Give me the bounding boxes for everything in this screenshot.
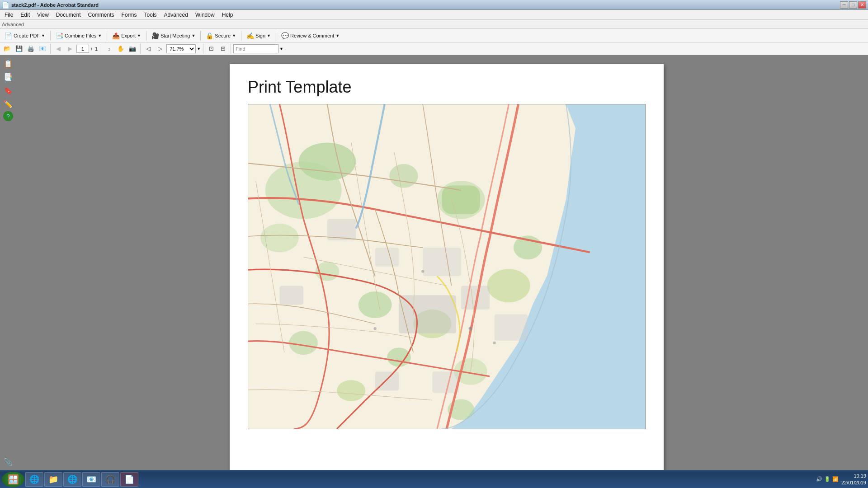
map-svg — [248, 104, 645, 429]
print-button[interactable]: 🖨️ — [25, 44, 36, 54]
sidebar-icon-signatures[interactable]: 🔖 — [2, 84, 14, 97]
hand-tool-button[interactable]: ✋ — [115, 44, 126, 54]
menu-item-advanced[interactable]: Advanced — [160, 10, 192, 19]
save-button[interactable]: 💾 — [14, 44, 24, 54]
svg-point-6 — [389, 164, 418, 188]
fit-page-button[interactable]: ⊡ — [206, 44, 217, 54]
export-button[interactable]: 📤 Export ▼ — [109, 30, 144, 41]
secure-button[interactable]: 🔒 Secure ▼ — [203, 30, 239, 41]
title-bar-controls: ─ □ ✕ — [840, 1, 866, 9]
toolbar-separator — [50, 31, 51, 41]
app-icon: 📄 — [2, 1, 9, 9]
toolbar-separator-5 — [241, 31, 241, 41]
nav-sep-3 — [140, 44, 141, 54]
document-viewport: Print Template — [16, 55, 868, 483]
map-container — [248, 104, 646, 429]
taskbar-acrobat[interactable]: 📄 — [120, 472, 138, 487]
menu-bar: FileEditViewDocumentCommentsFormsToolsAd… — [0, 10, 868, 20]
start-meeting-button[interactable]: 🎥 Start Meeting ▼ — [149, 30, 198, 41]
menu-item-help[interactable]: Help — [218, 10, 237, 19]
menu-item-view[interactable]: View — [33, 10, 52, 19]
system-clock[interactable]: 10:19 22/01/2019 — [841, 473, 866, 486]
advanced-label: Advanced — [2, 22, 24, 27]
next-page-button[interactable]: ▶ — [65, 44, 75, 54]
svg-rect-23 — [375, 248, 399, 267]
nav-sep-2 — [101, 44, 101, 54]
svg-point-8 — [359, 291, 392, 318]
sidebar-icon-attachments[interactable]: 📎 — [2, 455, 14, 468]
secure-icon: 🔒 — [206, 32, 213, 39]
close-button[interactable]: ✕ — [858, 1, 866, 9]
document-title: Print Template — [248, 78, 646, 97]
page-separator: / — [90, 46, 93, 52]
svg-point-13 — [289, 331, 318, 355]
system-tray: 🔊 🔋 📶 — [814, 476, 840, 482]
taskbar: 🪟 🌐 📁 🌐 📧 🎧 📄 🔊 🔋 📶 10:19 22/01/2019 — [0, 470, 868, 488]
nav-sep-5 — [231, 44, 231, 54]
left-sidebar: 📋 📑 🔖 ✏️ ? 📎 💬 — [0, 55, 16, 483]
review-icon: 💬 — [281, 32, 289, 39]
svg-point-29 — [421, 270, 424, 272]
toolbar-separator-4 — [200, 31, 201, 41]
page-number-input[interactable] — [76, 45, 89, 53]
main-toolbar: 📄 Create PDF ▼ 📑 Combine Files ▼ 📤 Expor… — [0, 29, 868, 42]
svg-point-30 — [373, 327, 376, 330]
svg-point-28 — [493, 342, 495, 344]
sign-icon: ✍️ — [246, 32, 254, 39]
review-comment-button[interactable]: 💬 Review & Comment ▼ — [278, 30, 342, 41]
create-pdf-button[interactable]: 📄 Create PDF ▼ — [2, 30, 48, 41]
zoom-select[interactable]: 71.7%50%75%100%125%150%200% — [166, 44, 196, 53]
toolbar-separator-3 — [146, 31, 146, 41]
zoom-in-button[interactable]: ▷ — [155, 44, 165, 54]
taskbar-explorer[interactable]: 📁 — [44, 472, 62, 487]
advanced-toolbar-row: Advanced — [0, 20, 868, 29]
toolbar-separator-2 — [107, 31, 107, 41]
create-pdf-icon: 📄 — [5, 32, 12, 39]
svg-point-15 — [387, 348, 411, 367]
nav-sep-1 — [50, 44, 51, 54]
sidebar-icon-bookmarks[interactable]: 📑 — [2, 70, 14, 83]
pdf-page: Print Template — [230, 64, 664, 483]
title-bar-left: 📄 stack2.pdf - Adobe Acrobat Standard — [2, 1, 99, 9]
combine-files-button[interactable]: 📑 Combine Files ▼ — [53, 30, 104, 41]
nav-sep-4 — [203, 44, 203, 54]
tray-icon-2: 🔋 — [824, 476, 830, 482]
tray-icon-3: 📶 — [832, 476, 839, 482]
restore-button[interactable]: □ — [849, 1, 857, 9]
svg-point-7 — [260, 224, 298, 252]
snapshot-button[interactable]: 📷 — [127, 44, 138, 54]
taskbar-ie[interactable]: 🌐 — [25, 472, 43, 487]
menu-item-edit[interactable]: Edit — [17, 10, 33, 19]
open-button[interactable]: 📂 — [2, 44, 13, 54]
prev-page-button[interactable]: ◀ — [53, 44, 64, 54]
nav-toolbar: 📂 💾 🖨️ 📧 ◀ ▶ / 1 ↕ ✋ 📷 ◁ ▷ 71.7%50%75%10… — [0, 42, 868, 55]
svg-rect-21 — [495, 314, 528, 341]
zoom-out-button[interactable]: ◁ — [143, 44, 154, 54]
clock-date: 22/01/2019 — [841, 479, 866, 486]
minimize-button[interactable]: ─ — [840, 1, 848, 9]
taskbar-app5[interactable]: 🎧 — [101, 472, 119, 487]
menu-item-document[interactable]: Document — [52, 10, 85, 19]
menu-item-comments[interactable]: Comments — [85, 10, 118, 19]
menu-item-tools[interactable]: Tools — [141, 10, 160, 19]
sign-button[interactable]: ✍️ Sign ▼ — [244, 30, 274, 41]
menu-item-window[interactable]: Window — [192, 10, 218, 19]
svg-rect-19 — [423, 248, 461, 276]
svg-point-27 — [469, 327, 472, 330]
title-bar: 📄 stack2.pdf - Adobe Acrobat Standard ─ … — [0, 0, 868, 10]
select-tool-button[interactable]: ↕ — [104, 44, 114, 54]
fit-width-button[interactable]: ⊟ — [217, 44, 228, 54]
svg-point-16 — [337, 380, 365, 401]
email-button[interactable]: 📧 — [37, 44, 48, 54]
menu-item-file[interactable]: File — [1, 10, 17, 19]
sidebar-icon-help[interactable]: ? — [3, 111, 13, 121]
sidebar-icon-pages[interactable]: 📋 — [2, 57, 14, 70]
start-button[interactable]: 🪟 — [2, 472, 24, 487]
toolbar-separator-6 — [276, 31, 276, 41]
svg-point-3 — [299, 142, 356, 180]
find-input[interactable] — [233, 44, 278, 53]
taskbar-outlook[interactable]: 📧 — [82, 472, 100, 487]
taskbar-chrome[interactable]: 🌐 — [63, 472, 81, 487]
sidebar-icon-edit[interactable]: ✏️ — [2, 98, 14, 110]
menu-item-forms[interactable]: Forms — [118, 10, 141, 19]
